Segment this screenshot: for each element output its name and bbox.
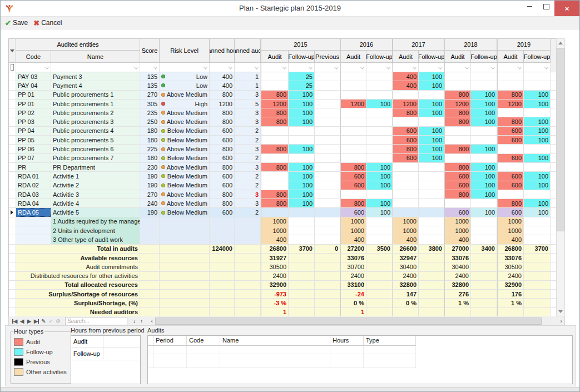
summary-cell[interactable] <box>419 308 444 317</box>
header-follow-up[interactable]: Follow-up <box>471 51 497 63</box>
cell-score[interactable]: 250 <box>140 117 160 126</box>
row-indicator[interactable] <box>9 308 16 317</box>
cell-planned-hours[interactable]: 600 <box>210 172 235 181</box>
cell-name[interactable]: Activitie 1 <box>51 172 140 181</box>
grid-cell[interactable]: 800 <box>444 190 471 199</box>
summary-cell[interactable] <box>315 299 340 307</box>
grid-cell[interactable]: 800 <box>444 163 471 172</box>
grid-cell[interactable]: 800 <box>497 199 524 208</box>
grid-cell[interactable] <box>140 245 160 254</box>
header-follow-up[interactable]: Follow-up <box>289 51 315 63</box>
grid-cell[interactable] <box>340 91 366 100</box>
summary-cell[interactable]: 27000 <box>444 245 471 254</box>
cell-planned-audits[interactable]: 2 <box>235 172 261 181</box>
cell-score[interactable]: 180 <box>140 154 160 163</box>
summary-cell[interactable] <box>315 281 340 290</box>
summary-cell[interactable] <box>471 272 497 281</box>
grid-cell[interactable] <box>315 108 340 117</box>
cell-planned-hours[interactable]: 600 <box>210 181 235 190</box>
grid-cell[interactable]: 800 <box>497 91 524 100</box>
cell-name[interactable]: Activitie 4 <box>51 199 140 208</box>
grid-cell[interactable]: 100 <box>289 190 315 199</box>
summary-cell[interactable] <box>366 290 393 299</box>
summary-cell[interactable]: 30500 <box>261 262 289 271</box>
summary-cell[interactable] <box>315 272 340 281</box>
header-audited-entities[interactable]: Audited entities <box>16 39 140 51</box>
grid-cell[interactable] <box>366 190 393 199</box>
grid-cell[interactable]: 100 <box>471 190 497 199</box>
grid-cell[interactable] <box>140 308 160 317</box>
cell-planned-audits[interactable]: 3 <box>235 163 261 172</box>
cell-score[interactable]: 235 <box>140 108 160 117</box>
grid-cell[interactable] <box>315 145 340 153</box>
grid-cell[interactable] <box>471 235 497 244</box>
row-indicator[interactable] <box>9 154 16 163</box>
cell-risk-level[interactable]: Below Medium <box>160 172 210 181</box>
grid-cell[interactable]: 100 <box>471 108 497 117</box>
cell-planned-audits[interactable]: 2 <box>235 127 261 136</box>
nav-prev-button[interactable]: ◀ <box>18 317 26 325</box>
grid-cell[interactable]: 100 <box>471 91 497 100</box>
summary-cell[interactable]: 3400 <box>471 245 497 254</box>
cell-planned-hours[interactable]: 800 <box>210 199 235 208</box>
summary-cell[interactable] <box>315 262 340 271</box>
filter-cell[interactable] <box>51 63 140 72</box>
horizontal-scroll-thumb[interactable] <box>155 317 542 325</box>
grid-cell[interactable] <box>160 262 210 271</box>
summary-cell[interactable]: 26600 <box>393 245 419 254</box>
cell-planned-audits[interactable]: 3 <box>235 108 261 117</box>
grid-cell[interactable]: 1000 <box>261 217 289 226</box>
scroll-right-icon[interactable]: › <box>558 317 564 325</box>
grid-cell[interactable] <box>315 154 340 163</box>
grid-cell[interactable] <box>289 226 315 235</box>
grid-cell[interactable]: 400 <box>393 72 419 81</box>
grid-cell[interactable] <box>315 217 340 226</box>
grid-cell[interactable] <box>140 226 160 235</box>
hours-prev-row[interactable]: Follow-up <box>71 348 140 360</box>
scroll-up-icon[interactable] <box>557 39 564 47</box>
cell-risk-level[interactable]: Low <box>160 81 210 90</box>
hours-prev-row[interactable]: Audit <box>71 336 140 348</box>
grid-cell[interactable]: 100 <box>366 208 393 217</box>
cell-planned-audits[interactable]: 3 <box>235 91 261 100</box>
cell-risk-level[interactable]: High <box>160 100 210 108</box>
grid-cell[interactable]: 600 <box>444 181 471 190</box>
grid-cell[interactable] <box>524 217 551 226</box>
grid-cell[interactable]: 100 <box>366 163 393 172</box>
grid-cell[interactable] <box>235 254 261 262</box>
summary-cell[interactable] <box>289 299 315 307</box>
summary-cell[interactable]: 3800 <box>419 245 444 254</box>
cell-planned-hours[interactable]: 800 <box>210 190 235 199</box>
cell-risk-level[interactable]: Below Medium <box>160 181 210 190</box>
cell-planned-hours[interactable]: 400 <box>210 72 235 81</box>
grid-cell[interactable] <box>261 127 289 136</box>
summary-cell[interactable] <box>471 262 497 271</box>
cell-name[interactable]: Public procurements 6 <box>51 145 140 153</box>
cell-planned-hours[interactable]: 1200 <box>210 100 235 108</box>
grid-cell[interactable] <box>366 136 393 145</box>
grid-cell[interactable] <box>140 299 160 307</box>
header-audit[interactable]: Audit <box>340 51 366 63</box>
grid-cell[interactable]: 100 <box>366 100 393 108</box>
grid-cell[interactable] <box>366 154 393 163</box>
grid-cell[interactable] <box>524 145 551 153</box>
grid-cell[interactable]: 100 <box>524 208 551 217</box>
grid-cell[interactable] <box>366 145 393 153</box>
summary-cell[interactable]: 3700 <box>289 245 315 254</box>
summary-cell[interactable]: 33076 <box>340 254 366 262</box>
cell-planned-audits[interactable]: 2 <box>235 154 261 163</box>
row-indicator[interactable] <box>9 91 16 100</box>
cell-risk-level[interactable]: Below Medium <box>160 127 210 136</box>
cell-name[interactable]: Public procurements 2 <box>51 108 140 117</box>
grid-cell[interactable] <box>235 272 261 281</box>
scroll-left-icon[interactable]: ‹ <box>148 317 155 325</box>
grid-cell[interactable]: 1200 <box>261 100 289 108</box>
summary-cell[interactable] <box>524 272 551 281</box>
grid-cell[interactable]: 100 <box>289 163 315 172</box>
grid-cell[interactable] <box>419 208 444 217</box>
summary-cell[interactable]: 0 % <box>393 299 419 307</box>
grid-cell[interactable] <box>16 217 51 226</box>
grid-cell[interactable]: 100 <box>524 91 551 100</box>
grid-cell[interactable]: 800 <box>444 117 471 126</box>
cell-planned-hours[interactable]: 800 <box>210 108 235 117</box>
